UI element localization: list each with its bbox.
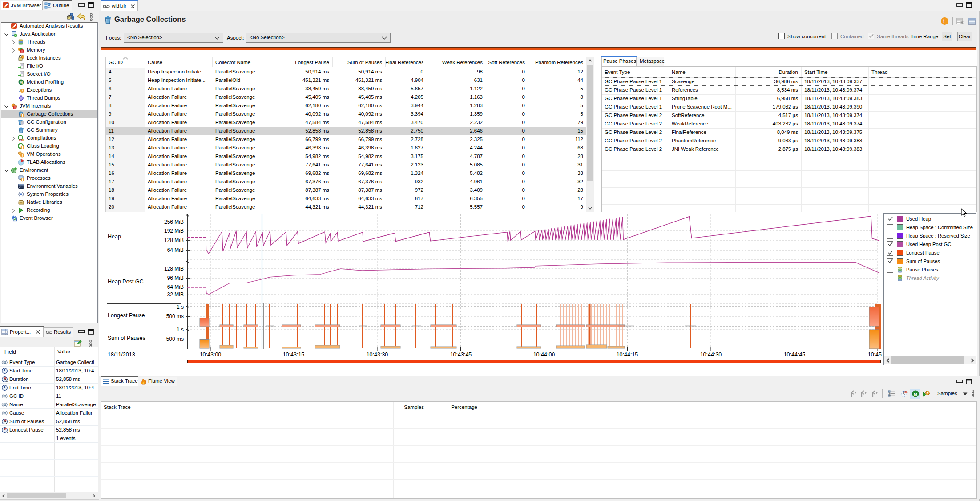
svg-text:M: M (20, 80, 23, 85)
svg-text:64 MiB: 64 MiB (167, 284, 184, 290)
svg-text:10:43:30: 10:43:30 (367, 352, 388, 358)
svg-text:64 MiB: 64 MiB (167, 247, 184, 253)
svg-text:18/11/2013: 18/11/2013 (108, 352, 135, 358)
svg-text:256 MiB: 256 MiB (164, 219, 184, 225)
svg-text:500 ms: 500 ms (166, 336, 184, 342)
svg-text:10:44:30: 10:44:30 (700, 352, 722, 358)
svg-text:Longest Pause: Longest Pause (108, 312, 145, 319)
svg-text:1 s: 1 s (177, 327, 184, 333)
svg-text:10:44:00: 10:44:00 (533, 352, 555, 358)
svg-text:128 MiB: 128 MiB (164, 266, 184, 272)
svg-text:Sum of Pauses: Sum of Pauses (108, 335, 145, 341)
svg-text:10:45: 10:45 (868, 352, 882, 358)
svg-text:10:43:45: 10:43:45 (450, 352, 472, 358)
svg-text:10:43:00: 10:43:00 (200, 352, 222, 358)
svg-text:1 s: 1 s (177, 304, 184, 310)
svg-text:192 MiB: 192 MiB (164, 228, 184, 234)
svg-text:96 MiB: 96 MiB (167, 275, 184, 281)
svg-text:500 ms: 500 ms (166, 313, 184, 319)
svg-text:Heap: Heap (108, 234, 121, 240)
svg-text:128 MiB: 128 MiB (164, 237, 184, 243)
svg-text:010: 010 (19, 138, 24, 141)
svg-text:10:43:15: 10:43:15 (283, 352, 305, 358)
svg-text:Heap Post GC: Heap Post GC (108, 279, 144, 285)
svg-text:10:44:45: 10:44:45 (784, 352, 806, 358)
svg-text:M: M (914, 392, 917, 396)
svg-text:10:44:15: 10:44:15 (617, 352, 638, 358)
svg-text:32 MiB: 32 MiB (167, 291, 184, 298)
